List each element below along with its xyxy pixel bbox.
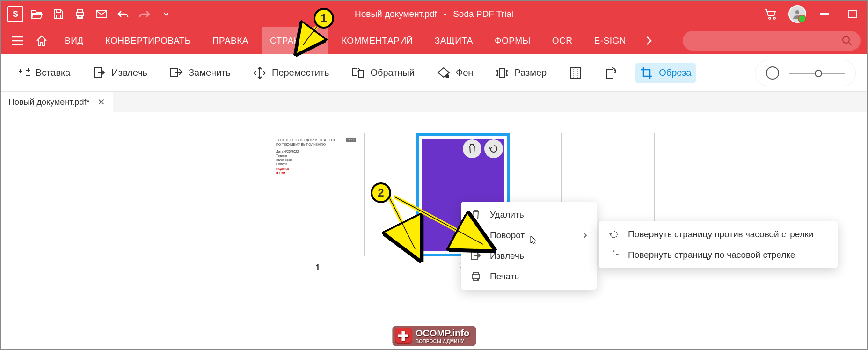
- watermark-logo: ✚: [395, 328, 412, 344]
- minimize-icon: [820, 13, 829, 15]
- svg-rect-10: [499, 68, 505, 78]
- margins-icon: [569, 66, 582, 80]
- trash-icon: [467, 144, 477, 154]
- ctx-print-label: Печать: [490, 271, 519, 282]
- tool-move-label: Переместить: [272, 67, 329, 78]
- save-icon: [53, 8, 64, 20]
- cart-button[interactable]: [760, 4, 780, 24]
- page-1-content-preview: ТЕСТ ТЕСТОВОГО ДОКУМЕНТА ТЕСТ TEST ПО ТЕ…: [276, 138, 356, 175]
- maximize-icon: [848, 10, 857, 18]
- mail-icon: [96, 9, 107, 19]
- save-button[interactable]: [49, 4, 68, 24]
- tool-reverse[interactable]: Обратный: [347, 63, 419, 83]
- mail-button[interactable]: [92, 4, 111, 24]
- tool-reverse-label: Обратный: [370, 67, 415, 78]
- menu-esign[interactable]: E-SIGN: [586, 27, 635, 54]
- rotate-page-icon: [605, 66, 618, 80]
- menu-comment[interactable]: КОММЕНТАРИЙ: [333, 27, 422, 54]
- maximize-button[interactable]: [843, 4, 862, 24]
- svg-point-1: [795, 10, 799, 14]
- size-icon: [496, 66, 509, 80]
- rotate-icon: [470, 230, 481, 241]
- home-button[interactable]: [32, 31, 51, 51]
- ctx-extract[interactable]: Извлечь: [461, 246, 597, 266]
- page-thumb-actions: [463, 139, 503, 158]
- redo-button[interactable]: [135, 4, 154, 24]
- search-icon: [842, 36, 852, 46]
- menu-more[interactable]: [639, 31, 659, 51]
- tool-move[interactable]: Переместить: [248, 63, 334, 83]
- workspace: ТЕСТ ТЕСТОВОГО ДОКУМЕНТА ТЕСТ TEST ПО ТЕ…: [1, 112, 867, 349]
- thumb-rotate-button[interactable]: [484, 139, 503, 158]
- ctx-rotate-ccw[interactable]: Повернуть страницу против часовой стрелк…: [599, 224, 838, 245]
- ctx-extract-label: Извлечь: [490, 251, 524, 261]
- submenu-arrow-icon: [583, 232, 587, 239]
- tool-size[interactable]: Размер: [491, 63, 551, 83]
- ctx-rotate-label: Поворот: [490, 230, 525, 241]
- hamburger-button[interactable]: [7, 31, 27, 51]
- ctx-delete[interactable]: Удалить: [461, 204, 597, 225]
- replace-icon: [170, 66, 183, 80]
- reverse-icon: [351, 66, 365, 80]
- tool-insert[interactable]: Вставка: [12, 63, 75, 83]
- rotate-ccw-icon: [489, 144, 499, 154]
- tool-crop-label: Обреза: [659, 67, 691, 78]
- tool-replace-label: Заменить: [189, 67, 231, 78]
- context-submenu-rotate: Повернуть страницу против часовой стрелк…: [599, 221, 838, 268]
- folder-open-icon: [31, 9, 43, 19]
- app-logo-button[interactable]: S: [6, 4, 25, 24]
- tool-rotate-page[interactable]: [600, 63, 622, 83]
- context-menu: Удалить Поворот Извлечь Печать: [461, 202, 597, 290]
- svg-rect-2: [820, 13, 829, 15]
- cursor-icon: [530, 235, 538, 245]
- crop-icon: [640, 66, 653, 80]
- extract-icon: [470, 250, 481, 262]
- ctx-print[interactable]: Печать: [461, 266, 597, 287]
- document-tab-label: Новый документ.pdf*: [8, 97, 90, 107]
- menu-forms[interactable]: ФОРМЫ: [486, 27, 539, 54]
- minimize-button[interactable]: [815, 4, 834, 24]
- menu-ocr[interactable]: OCR: [544, 27, 581, 54]
- page-thumb-1[interactable]: ТЕСТ ТЕСТОВОГО ДОКУМЕНТА ТЕСТ TEST ПО ТЕ…: [271, 133, 365, 256]
- chevron-down-icon: [163, 12, 169, 16]
- document-name: Новый документ.pdf: [355, 9, 437, 19]
- title-bar: S Новый документ.pdf - Soda PDF Trial: [1, 1, 867, 27]
- undo-button[interactable]: [113, 4, 133, 24]
- tool-background[interactable]: Фон: [432, 63, 478, 83]
- tool-background-label: Фон: [456, 67, 473, 78]
- home-icon: [36, 35, 48, 46]
- tool-replace[interactable]: Заменить: [165, 63, 235, 83]
- tool-margins[interactable]: [564, 63, 587, 83]
- menu-edit[interactable]: ПРАВКА: [204, 27, 257, 54]
- print-icon: [470, 271, 481, 282]
- open-button[interactable]: [27, 4, 47, 24]
- account-avatar[interactable]: [788, 5, 806, 23]
- svg-rect-12: [606, 70, 613, 78]
- tool-crop[interactable]: Обреза: [635, 63, 696, 83]
- menu-protect[interactable]: ЗАЩИТА: [426, 27, 481, 54]
- tool-insert-label: Вставка: [36, 67, 70, 78]
- more-dropdown[interactable]: [156, 4, 176, 24]
- menu-view[interactable]: ВИД: [56, 27, 92, 54]
- tool-extract[interactable]: Извлечь: [88, 63, 152, 83]
- menu-convert[interactable]: КОНВЕРТИРОВАТЬ: [97, 27, 199, 54]
- print-button[interactable]: [70, 4, 90, 24]
- window-title: Новый документ.pdf - Soda PDF Trial: [355, 9, 513, 19]
- ctx-rotate-cw[interactable]: Повернуть страницу по часовой стрелке: [599, 245, 838, 265]
- search-box[interactable]: [683, 31, 861, 51]
- thumb-delete-button[interactable]: [463, 139, 481, 158]
- app-name: Soda PDF Trial: [453, 9, 513, 19]
- redo-icon: [139, 10, 150, 18]
- close-tab-button[interactable]: ✕: [97, 96, 105, 108]
- ctx-delete-label: Удалить: [490, 210, 524, 220]
- watermark: ✚ OCOMP.info ВОПРОСЫ АДМИНУ: [392, 326, 476, 346]
- menu-page[interactable]: СТРАНИЦА: [262, 27, 328, 54]
- watermark-sub: ВОПРОСЫ АДМИНУ: [416, 339, 469, 344]
- zoom-out-button[interactable]: [766, 66, 780, 80]
- title-separator: -: [444, 9, 446, 19]
- document-tab[interactable]: Новый документ.pdf* ✕: [1, 92, 113, 112]
- annotation-badge-2: 2: [371, 182, 391, 203]
- menu-bar: ВИД КОНВЕРТИРОВАТЬ ПРАВКА СТРАНИЦА КОММЕ…: [1, 27, 867, 54]
- hamburger-icon: [12, 36, 23, 45]
- ctx-rotate[interactable]: Поворот: [461, 225, 597, 246]
